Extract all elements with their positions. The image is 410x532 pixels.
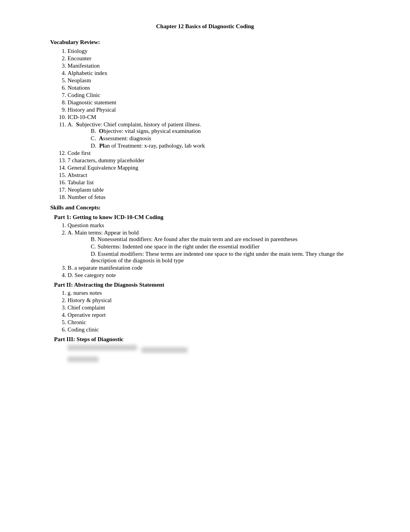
- list-item: ICD-10-CM: [68, 114, 360, 121]
- sub-item-c: C. Assessment: diagnosis: [91, 135, 360, 142]
- list-item-2: A. Main terms: Appear in bold B. Nonesse…: [68, 229, 360, 264]
- list-item: Abstract: [68, 172, 360, 178]
- blurred-content: [50, 345, 360, 364]
- list-item: Alphabetic index: [68, 70, 360, 76]
- part2-section: Part II: Abstracting the Diagnosis State…: [50, 282, 360, 333]
- list-item-11: A. Subjective: Chief complaint, history …: [68, 121, 360, 149]
- list-item: Code first: [68, 150, 360, 156]
- list-item: Chronic: [68, 319, 360, 326]
- list-item: B. a separate manifestation code: [68, 265, 360, 271]
- part1-list: Question marks A. Main terms: Appear in …: [50, 222, 360, 279]
- list-item: Encounter: [68, 55, 360, 62]
- part1-section: Part 1: Getting to know ICD-10-CM Coding…: [50, 214, 360, 279]
- item11-sub-list: B. Objective: vital signs, physical exam…: [68, 128, 360, 149]
- list-item: General Equivalence Mapping: [68, 165, 360, 171]
- list-item: Chief complaint: [68, 304, 360, 311]
- list-item: Number of fetus: [68, 194, 360, 201]
- list-item: Manifestation: [68, 63, 360, 69]
- part2-list: g. nurses notes History & physical Chief…: [50, 290, 360, 333]
- list-item: Coding Clinic: [68, 92, 360, 99]
- list-item: Coding clinic: [68, 326, 360, 333]
- skills-header: Skills and Concepts:: [50, 204, 360, 211]
- list-item: Tabular list: [68, 179, 360, 186]
- skills-section: Skills and Concepts: Part 1: Getting to …: [50, 204, 360, 364]
- list-item: Notations: [68, 85, 360, 91]
- part1-header: Part 1: Getting to know ICD-10-CM Coding: [50, 214, 360, 221]
- list-item: History and Physical: [68, 107, 360, 113]
- part2-header: Part II: Abstracting the Diagnosis State…: [50, 282, 360, 288]
- list-item: Question marks: [68, 222, 360, 229]
- list-item: Operative report: [68, 312, 360, 318]
- sub-item-d: D. Plan of Treatment: x-ray, pathology, …: [91, 143, 360, 149]
- part3-header: Part III: Steps of Diagnostic: [50, 336, 360, 343]
- sub-line-d: D. Essential modifiers: These terms are …: [91, 251, 360, 264]
- list-item: Etiology: [68, 48, 360, 54]
- list-item: 7 characters, dummy placeholder: [68, 157, 360, 164]
- sub-line-b: B. Nonessential modifiers: Are found aft…: [91, 236, 360, 243]
- list-item: D. See category note: [68, 272, 360, 279]
- vocabulary-section: Vocabulary Review: Etiology Encounter Ma…: [50, 39, 360, 201]
- sub-line-c: C. Subterms: Indented one space in the r…: [91, 243, 360, 250]
- list-item: Neoplasm: [68, 77, 360, 84]
- sub-item-b: B. Objective: vital signs, physical exam…: [91, 128, 360, 134]
- part1-item2-sub: B. Nonessential modifiers: Are found aft…: [68, 236, 360, 264]
- list-item: History & physical: [68, 297, 360, 304]
- list-item: g. nurses notes: [68, 290, 360, 296]
- list-item: Neoplasm table: [68, 187, 360, 193]
- vocabulary-list: Etiology Encounter Manifestation Alphabe…: [50, 48, 360, 201]
- part3-section: Part III: Steps of Diagnostic: [50, 336, 360, 364]
- list-item: Diagnostic statement: [68, 99, 360, 106]
- vocabulary-header: Vocabulary Review:: [50, 39, 360, 46]
- page-title: Chapter 12 Basics of Diagnostic Coding: [50, 23, 360, 30]
